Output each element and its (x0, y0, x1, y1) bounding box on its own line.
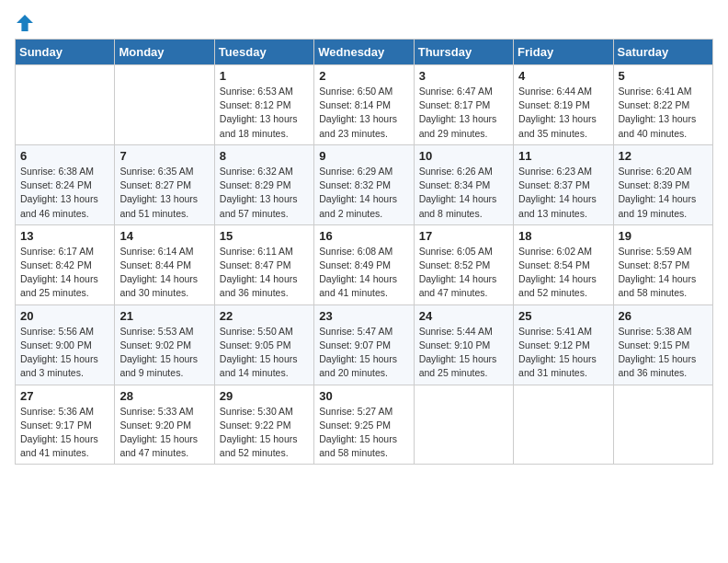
day-info: Sunrise: 5:27 AM Sunset: 9:25 PM Dayligh… (319, 405, 408, 461)
day-info: Sunrise: 6:23 AM Sunset: 8:37 PM Dayligh… (518, 165, 608, 221)
day-info: Sunrise: 5:44 AM Sunset: 9:10 PM Dayligh… (419, 325, 508, 381)
calendar-week-row: 27Sunrise: 5:36 AM Sunset: 9:17 PM Dayli… (16, 385, 713, 465)
calendar-cell: 26Sunrise: 5:38 AM Sunset: 9:15 PM Dayli… (613, 304, 712, 385)
day-number: 9 (319, 149, 408, 163)
day-info: Sunrise: 6:32 AM Sunset: 8:29 PM Dayligh… (220, 165, 309, 221)
day-info: Sunrise: 5:56 AM Sunset: 9:00 PM Dayligh… (20, 325, 109, 381)
weekday-header-row: SundayMondayTuesdayWednesdayThursdayFrid… (16, 40, 713, 65)
day-number: 19 (619, 229, 708, 243)
day-number: 6 (20, 149, 109, 163)
day-info: Sunrise: 6:26 AM Sunset: 8:34 PM Dayligh… (419, 165, 508, 221)
calendar-cell (514, 385, 613, 465)
day-info: Sunrise: 6:29 AM Sunset: 8:32 PM Dayligh… (319, 165, 408, 221)
calendar-cell: 6Sunrise: 6:38 AM Sunset: 8:24 PM Daylig… (16, 144, 115, 224)
day-number: 26 (619, 309, 708, 323)
day-number: 23 (319, 309, 408, 323)
weekday-header-monday: Monday (115, 40, 214, 65)
calendar-cell: 25Sunrise: 5:41 AM Sunset: 9:12 PM Dayli… (514, 304, 613, 385)
calendar-cell (414, 385, 513, 465)
calendar-table: SundayMondayTuesdayWednesdayThursdayFrid… (15, 39, 713, 465)
svg-marker-0 (17, 15, 33, 31)
day-info: Sunrise: 5:30 AM Sunset: 9:22 PM Dayligh… (220, 405, 309, 461)
weekday-header-friday: Friday (514, 40, 613, 65)
day-number: 12 (619, 149, 708, 163)
calendar-cell: 4Sunrise: 6:44 AM Sunset: 8:19 PM Daylig… (514, 65, 613, 145)
calendar-cell: 9Sunrise: 6:29 AM Sunset: 8:32 PM Daylig… (314, 144, 414, 224)
calendar-cell: 10Sunrise: 6:26 AM Sunset: 8:34 PM Dayli… (414, 144, 513, 224)
calendar-cell (613, 385, 712, 465)
day-number: 3 (419, 69, 508, 83)
day-number: 17 (419, 229, 508, 243)
day-number: 20 (20, 309, 109, 323)
calendar-week-row: 13Sunrise: 6:17 AM Sunset: 8:42 PM Dayli… (16, 224, 713, 304)
day-info: Sunrise: 6:17 AM Sunset: 8:42 PM Dayligh… (20, 245, 109, 301)
day-info: Sunrise: 6:14 AM Sunset: 8:44 PM Dayligh… (119, 245, 209, 301)
calendar-cell: 22Sunrise: 5:50 AM Sunset: 9:05 PM Dayli… (214, 304, 313, 385)
calendar-cell: 5Sunrise: 6:41 AM Sunset: 8:22 PM Daylig… (613, 65, 712, 145)
day-number: 2 (319, 69, 408, 83)
calendar-cell: 24Sunrise: 5:44 AM Sunset: 9:10 PM Dayli… (414, 304, 513, 385)
weekday-header-sunday: Sunday (16, 40, 115, 65)
day-number: 25 (518, 309, 608, 323)
day-number: 29 (220, 389, 309, 403)
day-info: Sunrise: 5:38 AM Sunset: 9:15 PM Dayligh… (619, 325, 708, 381)
day-number: 13 (20, 229, 109, 243)
day-info: Sunrise: 6:41 AM Sunset: 8:22 PM Dayligh… (619, 85, 708, 141)
calendar-cell: 14Sunrise: 6:14 AM Sunset: 8:44 PM Dayli… (115, 224, 214, 304)
calendar-cell: 12Sunrise: 6:20 AM Sunset: 8:39 PM Dayli… (613, 144, 712, 224)
day-info: Sunrise: 6:50 AM Sunset: 8:14 PM Dayligh… (319, 85, 408, 141)
day-info: Sunrise: 6:47 AM Sunset: 8:17 PM Dayligh… (419, 85, 508, 141)
day-number: 27 (20, 389, 109, 403)
calendar-cell: 19Sunrise: 5:59 AM Sunset: 8:57 PM Dayli… (613, 224, 712, 304)
day-info: Sunrise: 6:38 AM Sunset: 8:24 PM Dayligh… (20, 165, 109, 221)
day-info: Sunrise: 6:53 AM Sunset: 8:12 PM Dayligh… (220, 85, 309, 141)
day-number: 28 (119, 389, 209, 403)
day-number: 14 (119, 229, 209, 243)
day-info: Sunrise: 6:35 AM Sunset: 8:27 PM Dayligh… (119, 165, 209, 221)
calendar-cell: 13Sunrise: 6:17 AM Sunset: 8:42 PM Dayli… (16, 224, 115, 304)
calendar-week-row: 6Sunrise: 6:38 AM Sunset: 8:24 PM Daylig… (16, 144, 713, 224)
day-number: 22 (220, 309, 309, 323)
calendar-week-row: 1Sunrise: 6:53 AM Sunset: 8:12 PM Daylig… (16, 65, 713, 145)
calendar-cell: 16Sunrise: 6:08 AM Sunset: 8:49 PM Dayli… (314, 224, 414, 304)
calendar-cell: 1Sunrise: 6:53 AM Sunset: 8:12 PM Daylig… (214, 65, 313, 145)
day-number: 21 (119, 309, 209, 323)
day-info: Sunrise: 6:02 AM Sunset: 8:54 PM Dayligh… (518, 245, 608, 301)
day-info: Sunrise: 5:53 AM Sunset: 9:02 PM Dayligh… (119, 325, 209, 381)
day-info: Sunrise: 5:59 AM Sunset: 8:57 PM Dayligh… (619, 245, 708, 301)
day-info: Sunrise: 5:41 AM Sunset: 9:12 PM Dayligh… (518, 325, 608, 381)
logo-icon (17, 15, 33, 31)
calendar-cell (115, 65, 214, 145)
day-info: Sunrise: 6:05 AM Sunset: 8:52 PM Dayligh… (419, 245, 508, 301)
day-number: 4 (518, 69, 608, 83)
calendar-cell (16, 65, 115, 145)
day-number: 30 (319, 389, 408, 403)
page-header (15, 15, 713, 28)
calendar-cell: 2Sunrise: 6:50 AM Sunset: 8:14 PM Daylig… (314, 65, 414, 145)
calendar-week-row: 20Sunrise: 5:56 AM Sunset: 9:00 PM Dayli… (16, 304, 713, 385)
day-info: Sunrise: 5:47 AM Sunset: 9:07 PM Dayligh… (319, 325, 408, 381)
calendar-cell: 3Sunrise: 6:47 AM Sunset: 8:17 PM Daylig… (414, 65, 513, 145)
calendar-cell: 17Sunrise: 6:05 AM Sunset: 8:52 PM Dayli… (414, 224, 513, 304)
calendar-cell: 15Sunrise: 6:11 AM Sunset: 8:47 PM Dayli… (214, 224, 313, 304)
day-number: 18 (518, 229, 608, 243)
calendar-cell: 20Sunrise: 5:56 AM Sunset: 9:00 PM Dayli… (16, 304, 115, 385)
logo (15, 15, 33, 28)
weekday-header-wednesday: Wednesday (314, 40, 414, 65)
day-number: 10 (419, 149, 508, 163)
day-info: Sunrise: 5:33 AM Sunset: 9:20 PM Dayligh… (119, 405, 209, 461)
day-number: 8 (220, 149, 309, 163)
day-number: 24 (419, 309, 508, 323)
calendar-cell: 21Sunrise: 5:53 AM Sunset: 9:02 PM Dayli… (115, 304, 214, 385)
day-number: 7 (119, 149, 209, 163)
calendar-cell: 11Sunrise: 6:23 AM Sunset: 8:37 PM Dayli… (514, 144, 613, 224)
calendar-cell: 29Sunrise: 5:30 AM Sunset: 9:22 PM Dayli… (214, 385, 313, 465)
weekday-header-thursday: Thursday (414, 40, 513, 65)
calendar-cell: 18Sunrise: 6:02 AM Sunset: 8:54 PM Dayli… (514, 224, 613, 304)
calendar-cell: 8Sunrise: 6:32 AM Sunset: 8:29 PM Daylig… (214, 144, 313, 224)
day-info: Sunrise: 6:20 AM Sunset: 8:39 PM Dayligh… (619, 165, 708, 221)
day-info: Sunrise: 6:08 AM Sunset: 8:49 PM Dayligh… (319, 245, 408, 301)
calendar-cell: 28Sunrise: 5:33 AM Sunset: 9:20 PM Dayli… (115, 385, 214, 465)
day-info: Sunrise: 6:11 AM Sunset: 8:47 PM Dayligh… (220, 245, 309, 301)
day-number: 16 (319, 229, 408, 243)
